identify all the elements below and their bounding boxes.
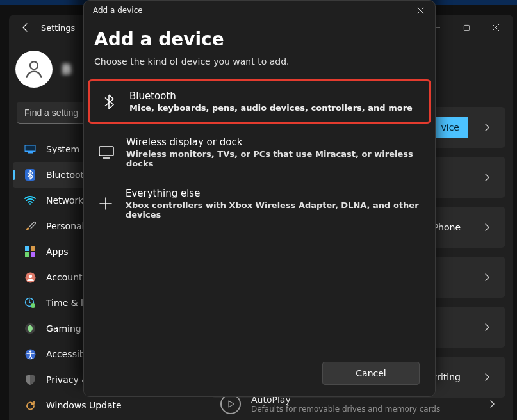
cancel-label: Cancel	[356, 368, 386, 378]
shield-icon	[24, 374, 36, 385]
plus-icon	[98, 197, 114, 211]
clock-globe-icon	[24, 297, 36, 309]
dialog-footer: Cancel	[84, 350, 435, 396]
option-text: Wireless display or dock Wireless monito…	[126, 136, 421, 168]
option-text: Everything else Xbox controllers with Xb…	[126, 188, 421, 220]
dialog-body: Add a device Choose the kind of device y…	[84, 20, 435, 350]
svg-rect-0	[464, 25, 469, 30]
option-bluetooth[interactable]: Bluetooth Mice, keyboards, pens, audio d…	[88, 79, 431, 124]
add-device-pill-label: vice	[441, 122, 460, 133]
accounts-icon	[24, 271, 36, 283]
profile-name: B	[62, 61, 73, 77]
dialog-subtitle: Choose the kind of device you want to ad…	[94, 56, 425, 67]
option-title: Wireless display or dock	[126, 136, 421, 148]
update-icon	[24, 400, 36, 411]
sidebar-item-label: Apps	[46, 246, 69, 257]
sidebar-item-label: Windows Update	[46, 400, 122, 410]
option-desc: Mice, keyboards, pens, audio devices, co…	[129, 103, 413, 113]
wifi-icon	[24, 195, 36, 206]
avatar	[15, 51, 53, 88]
svg-rect-10	[25, 252, 29, 257]
chevron-right-icon	[481, 393, 503, 415]
apps-icon	[24, 246, 36, 257]
back-button[interactable]	[14, 16, 37, 39]
svg-point-7	[29, 203, 31, 204]
dialog-heading: Add a device	[94, 29, 425, 50]
autoplay-sub: Defaults for removable drives and memory…	[251, 405, 440, 414]
system-icon	[24, 143, 36, 155]
svg-point-19	[29, 350, 31, 352]
accessibility-icon	[24, 348, 36, 360]
option-wireless-display[interactable]: Wireless display or dock Wireless monito…	[88, 127, 431, 177]
option-title: Everything else	[126, 188, 421, 199]
dialog-titlebar-text: Add a device	[93, 6, 143, 15]
option-everything-else[interactable]: Everything else Xbox controllers with Xb…	[88, 179, 431, 229]
bluetooth-icon	[24, 169, 36, 181]
chevron-right-icon	[476, 216, 498, 238]
svg-point-13	[28, 274, 31, 277]
option-desc: Wireless monitors, TVs, or PCs that use …	[126, 149, 421, 168]
add-device-dialog: Add a device Add a device Choose the kin…	[83, 0, 436, 397]
dialog-titlebar: Add a device	[84, 1, 435, 20]
svg-rect-4	[26, 146, 35, 151]
display-icon	[98, 146, 115, 159]
chevron-right-icon	[476, 366, 498, 388]
svg-rect-20	[99, 147, 113, 156]
close-button[interactable]	[481, 15, 511, 40]
cancel-button[interactable]: Cancel	[322, 362, 420, 385]
chevron-right-icon	[476, 117, 498, 138]
gaming-icon	[24, 323, 36, 334]
maximize-button[interactable]	[452, 15, 481, 40]
dialog-close-button[interactable]	[409, 1, 431, 20]
option-desc: Xbox controllers with Xbox Wireless Adap…	[126, 200, 421, 220]
svg-rect-11	[31, 252, 35, 257]
window-title: Settings	[41, 23, 75, 33]
svg-point-15	[31, 303, 35, 308]
autoplay-text: AutoPlay Defaults for removable drives a…	[251, 394, 440, 414]
svg-rect-8	[25, 246, 29, 251]
option-text: Bluetooth Mice, keyboards, pens, audio d…	[129, 90, 413, 113]
chevron-right-icon	[476, 316, 498, 338]
svg-point-1	[30, 61, 38, 69]
svg-rect-9	[31, 246, 35, 251]
svg-rect-5	[28, 152, 33, 154]
option-title: Bluetooth	[129, 90, 413, 102]
chevron-right-icon	[476, 166, 498, 188]
brush-icon	[24, 220, 36, 232]
chevron-right-icon	[476, 266, 498, 288]
bluetooth-icon	[100, 94, 118, 109]
